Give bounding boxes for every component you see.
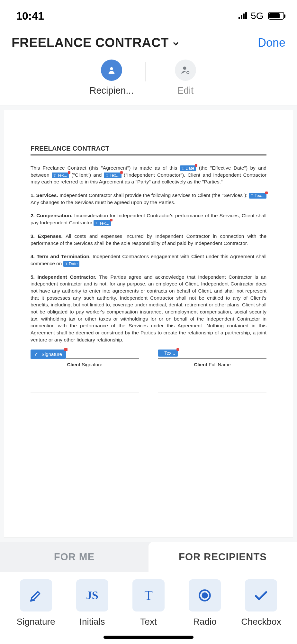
page-title: FREELANCE CONTRACT <box>12 35 169 50</box>
battery-icon <box>268 12 284 20</box>
initials-icon: JS <box>76 579 108 611</box>
section-2: 2. Compensation. Inconsideration for Ind… <box>31 212 266 226</box>
network-label: 5G <box>251 10 264 21</box>
status-right: 5G <box>239 10 284 21</box>
section-1: 1. Services. Independent Contractor shal… <box>31 192 266 206</box>
field-compensation-text[interactable]: TTex... <box>94 220 111 226</box>
done-button[interactable]: Done <box>258 36 285 50</box>
home-indicator[interactable] <box>104 636 194 639</box>
tool-text[interactable]: T Text <box>120 579 176 627</box>
signature-column-right: TTex... Client Full Name <box>158 350 266 393</box>
person-gear-icon <box>175 60 196 81</box>
status-bar: 10:41 5G <box>0 0 297 28</box>
tool-initials-label: Initials <box>79 617 105 627</box>
field-commence-date[interactable]: TDate <box>63 261 80 267</box>
tool-radio[interactable]: Radio <box>177 579 233 627</box>
signature-column-left: Signature Client Signature <box>31 350 139 393</box>
svg-point-4 <box>203 593 207 598</box>
field-contractor-text[interactable]: TTex... <box>104 173 121 178</box>
tool-text-label: Text <box>140 617 157 627</box>
signature-area: Signature Client Signature TTex... Clien… <box>31 350 266 393</box>
pen-icon <box>20 579 52 611</box>
intro-paragraph: This Freelance Contract (this "Agreement… <box>31 164 266 185</box>
mode-edit-label: Edit <box>163 85 208 96</box>
signal-icon <box>239 12 247 19</box>
tools-row: Signature JS Initials T Text Radio Check… <box>0 572 297 630</box>
person-icon <box>101 60 122 81</box>
tool-signature-label: Signature <box>17 617 55 627</box>
check-icon <box>245 579 277 611</box>
field-client-text[interactable]: TTex... <box>52 173 69 178</box>
section-5: 5. Independent Contractor. The Parties a… <box>31 274 266 343</box>
mode-recipients[interactable]: Recipien... <box>89 60 134 96</box>
tool-checkbox-label: Checkbox <box>241 617 281 627</box>
field-fullname-text[interactable]: TTex... <box>158 350 178 357</box>
target-tabs: FOR ME FOR RECIPIENTS <box>0 542 297 572</box>
tab-for-me[interactable]: FOR ME <box>0 542 148 572</box>
field-services-text[interactable]: TTex... <box>249 193 266 199</box>
svg-point-1 <box>183 67 186 70</box>
tool-signature[interactable]: Signature <box>8 579 64 627</box>
section-3: 3. Expenses. All costs and expenses incu… <box>31 233 266 247</box>
mode-recipients-label: Recipien... <box>89 85 134 96</box>
tool-initials[interactable]: JS Initials <box>64 579 120 627</box>
radio-icon <box>189 579 221 611</box>
doc-heading: FREELANCE CONTRACT <box>31 144 266 155</box>
tab-for-recipients[interactable]: FOR RECIPIENTS <box>148 542 297 572</box>
document-area[interactable]: FREELANCE CONTRACT This Freelance Contra… <box>0 106 297 542</box>
chevron-down-icon <box>172 40 180 47</box>
header: FREELANCE CONTRACT Done <box>0 28 297 53</box>
field-signature[interactable]: Signature <box>31 350 66 359</box>
section-4: 4. Term and Termination. Independent Con… <box>31 253 266 267</box>
field-date[interactable]: TDate <box>180 165 196 171</box>
tool-radio-label: Radio <box>193 617 217 627</box>
tool-checkbox[interactable]: Checkbox <box>233 579 289 627</box>
text-icon: T <box>132 579 165 611</box>
mode-row: Recipien... Edit <box>0 53 297 106</box>
svg-point-0 <box>110 67 113 70</box>
document-page: FREELANCE CONTRACT This Freelance Contra… <box>4 110 293 538</box>
status-time: 10:41 <box>16 10 44 22</box>
mode-edit[interactable]: Edit <box>163 60 208 96</box>
title-dropdown[interactable]: FREELANCE CONTRACT <box>12 35 180 50</box>
